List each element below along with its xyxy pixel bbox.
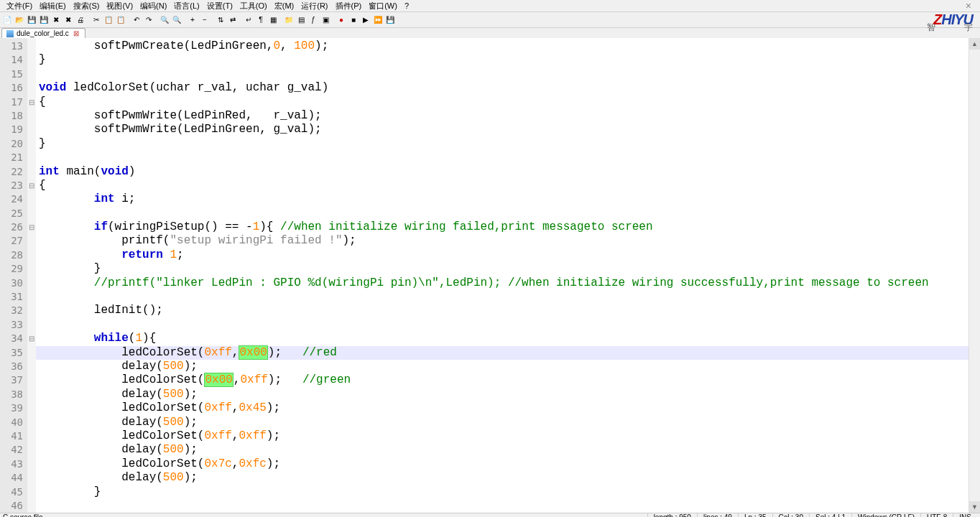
menu-item[interactable]: 语言(L) (170, 1, 203, 11)
code-line[interactable] (36, 151, 969, 164)
save-macro-icon[interactable]: 💾 (384, 14, 396, 26)
cut-icon[interactable]: ✂ (91, 14, 102, 26)
copy-icon[interactable]: 📋 (103, 14, 114, 26)
code-line[interactable]: ledInit(); (36, 304, 969, 317)
code-line[interactable]: { (36, 96, 969, 109)
show-all-icon[interactable]: ¶ (255, 14, 267, 26)
menu-item[interactable]: 插件(P) (332, 1, 366, 11)
wrap-icon[interactable]: ↵ (243, 14, 254, 26)
menu-item[interactable]: 宏(M) (271, 1, 298, 11)
fold-marker[interactable]: ⊟ (27, 179, 36, 192)
undo-icon[interactable]: ↶ (131, 14, 142, 26)
save-all-icon[interactable]: 💾 (38, 14, 50, 26)
fold-marker[interactable]: ⊟ (27, 332, 36, 345)
menu-item[interactable]: 工具(O) (236, 1, 271, 11)
tab-close-icon[interactable]: ⊠ (72, 29, 80, 37)
line-number: 28 (0, 248, 27, 262)
open-file-icon[interactable]: 📂 (14, 14, 25, 26)
fold-marker (27, 207, 36, 220)
menu-item[interactable]: 文件(F) (3, 1, 36, 11)
line-number: 14 (0, 53, 27, 67)
code-line[interactable]: ledColorSet(0xff,0x00); //red (36, 346, 969, 360)
find-icon[interactable]: 🔍 (159, 14, 170, 26)
fold-marker[interactable]: ⊟ (27, 220, 36, 234)
close-all-icon[interactable]: ✖ (63, 14, 74, 26)
code-line[interactable] (36, 290, 969, 304)
menu-item[interactable]: 设置(T) (203, 1, 236, 11)
fold-icon[interactable]: ▣ (320, 14, 331, 26)
menu-item[interactable]: 编辑(E) (36, 1, 70, 11)
func-list-icon[interactable]: ƒ (308, 14, 319, 26)
replace-icon[interactable]: 🔍 (171, 14, 182, 26)
pin-icon[interactable]: 智 (927, 22, 935, 34)
menu-item[interactable]: 窗口(W) (365, 1, 401, 11)
code-line[interactable]: while(1){ (36, 332, 969, 345)
code-line[interactable]: int main(void) (36, 165, 969, 179)
zoom-out-icon[interactable]: − (199, 14, 211, 26)
code-line[interactable]: } (36, 485, 969, 499)
code-line[interactable]: ledColorSet(0xff,0x45); (36, 401, 969, 415)
play-icon[interactable]: ▶ (360, 14, 371, 26)
window-close-icon[interactable]: × (960, 0, 977, 11)
code-line[interactable]: ledColorSet(0xff,0xff); (36, 429, 969, 443)
file-tab[interactable]: dule_color_led.c ⊠ (1, 28, 85, 38)
code-line[interactable]: softPwmWrite(LedPinGreen, g_val); (36, 123, 969, 136)
save-icon[interactable]: 💾 (26, 14, 37, 26)
pin-icon[interactable]: 宇 (964, 22, 973, 34)
folder-icon[interactable]: 📁 (283, 14, 295, 26)
code-line[interactable]: } (36, 137, 969, 151)
code-line[interactable]: delay(500); (36, 471, 969, 485)
code-line[interactable] (36, 67, 969, 81)
line-number: 35 (0, 346, 27, 360)
line-number: 31 (0, 290, 27, 304)
code-line[interactable] (36, 499, 969, 513)
vertical-scrollbar[interactable]: ▲ ▼ (969, 38, 980, 513)
code-line[interactable]: ledColorSet(0x00,0xff); //green (36, 373, 969, 387)
close-icon[interactable]: ✖ (50, 14, 62, 26)
fast-icon[interactable]: ⏩ (372, 14, 384, 26)
scroll-up-icon[interactable]: ▲ (969, 38, 980, 50)
code-line[interactable]: delay(500); (36, 416, 969, 429)
code-line[interactable]: delay(500); (36, 443, 969, 457)
code-line[interactable] (36, 207, 969, 220)
sync-v-icon[interactable]: ⇅ (215, 14, 226, 26)
doc-map-icon[interactable]: ▤ (295, 14, 307, 26)
code-line[interactable]: return 1; (36, 248, 969, 262)
record-icon[interactable]: ● (336, 14, 347, 26)
code-line[interactable]: //printf("linker LedPin : GPIO %d(wiring… (36, 276, 969, 290)
menu-item[interactable]: ? (401, 1, 412, 10)
code-line[interactable] (36, 318, 969, 332)
code-line[interactable]: softPwmWrite(LedPinRed, r_val); (36, 109, 969, 123)
status-encoding: UTF-8 (920, 513, 953, 517)
print-icon[interactable]: 🖨 (75, 14, 86, 26)
redo-icon[interactable]: ↷ (143, 14, 154, 26)
code-line[interactable]: } (36, 262, 969, 276)
status-length: length : 950 (647, 513, 697, 517)
code-line[interactable]: { (36, 179, 969, 192)
menu-item[interactable]: 搜索(S) (70, 1, 103, 11)
code-line[interactable]: delay(500); (36, 388, 969, 401)
code-line[interactable]: int i; (36, 192, 969, 206)
line-number: 46 (0, 499, 27, 513)
stop-icon[interactable]: ■ (348, 14, 359, 26)
code-line[interactable]: ledColorSet(0x7c,0xfc); (36, 457, 969, 471)
code-line[interactable]: } (36, 53, 969, 67)
code-line[interactable]: delay(500); (36, 360, 969, 373)
new-file-icon[interactable]: 📄 (1, 14, 13, 26)
line-number: 24 (0, 192, 27, 206)
indent-guide-icon[interactable]: ▦ (267, 14, 279, 26)
menu-item[interactable]: 编码(N) (137, 1, 170, 11)
code-area[interactable]: softPwmCreate(LedPinGreen,0, 100);} void… (36, 38, 969, 513)
menu-item[interactable]: 视图(V) (103, 1, 137, 11)
code-line[interactable]: void ledColorSet(uchar r_val, uchar g_va… (36, 81, 969, 95)
scroll-down-icon[interactable]: ▼ (969, 501, 980, 513)
code-line[interactable]: if(wiringPiSetup() == -1){ //when initia… (36, 220, 969, 234)
code-line[interactable]: printf("setup wiringPi failed !"); (36, 234, 969, 248)
menu-item[interactable]: 运行(R) (297, 1, 331, 11)
fold-marker[interactable]: ⊟ (27, 96, 36, 109)
paste-icon[interactable]: 📋 (115, 14, 126, 26)
code-line[interactable]: softPwmCreate(LedPinGreen,0, 100); (36, 39, 969, 53)
status-ins: INS (953, 513, 977, 517)
zoom-in-icon[interactable]: + (187, 14, 198, 26)
sync-h-icon[interactable]: ⇄ (227, 14, 239, 26)
